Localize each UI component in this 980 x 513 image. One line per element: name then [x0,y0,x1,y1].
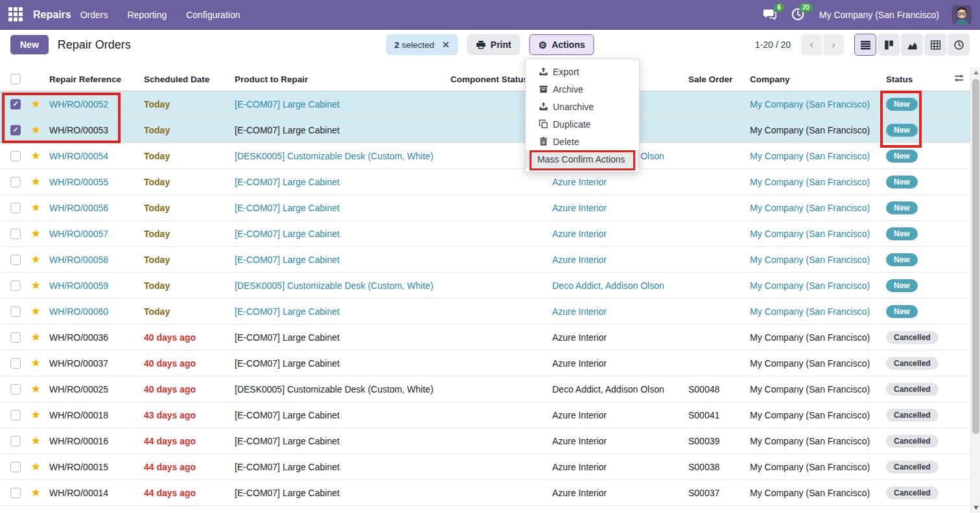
repair-reference-link[interactable]: WH/RO/00053 [49,125,108,135]
scrollbar-thumb[interactable] [972,79,979,434]
table-row[interactable]: ✓ ★ WH/RO/00052 Today [E-COM07] Large Ca… [0,91,970,117]
product-link[interactable]: [E-COM07] Large Cabinet [235,488,340,498]
product-link[interactable]: [DESK0005] Customizable Desk (Custom, Wh… [235,280,434,291]
repair-reference-link[interactable]: WH/RO/00036 [49,332,108,343]
customer-link[interactable]: Azure Interior [552,488,607,498]
favorite-star-icon[interactable]: ★ [30,383,40,394]
table-row[interactable]: ★ WH/RO/00055 Today [E-COM07] Large Cabi… [0,169,970,195]
repair-reference-link[interactable]: WH/RO/00057 [49,229,108,239]
company-link[interactable]: My Company (San Francisco) [750,306,870,317]
row-checkbox[interactable] [10,410,21,420]
product-link[interactable]: [E-COM07] Large Cabinet [235,125,340,135]
row-checkbox[interactable]: ✓ [10,125,21,135]
table-row[interactable]: ★ WH/RO/00060 Today [E-COM07] Large Cabi… [0,299,970,325]
company-link[interactable]: My Company (San Francisco) [750,358,870,369]
company-link[interactable]: My Company (San Francisco) [750,384,870,394]
row-checkbox[interactable] [10,203,21,213]
customer-link[interactable]: Azure Interior [552,332,607,343]
optional-columns-icon[interactable] [953,73,964,86]
company-link[interactable]: My Company (San Francisco) [750,488,870,498]
clear-selection-icon[interactable]: ✕ [442,40,450,50]
company-link[interactable]: My Company (San Francisco) [750,151,870,161]
table-row[interactable]: ★ WH/RO/00015 44 days ago [E-COM07] Larg… [0,454,970,480]
repair-reference-link[interactable]: WH/RO/00055 [49,177,108,187]
favorite-star-icon[interactable]: ★ [30,409,40,420]
menu-item-export[interactable]: Export [526,63,639,80]
repair-reference-link[interactable]: WH/RO/00014 [49,488,108,498]
new-button[interactable]: New [10,35,49,54]
product-link[interactable]: [E-COM07] Large Cabinet [235,177,340,187]
repair-reference-link[interactable]: WH/RO/00059 [49,280,108,291]
table-row[interactable]: ★ WH/RO/00025 40 days ago [DESK0005] Cus… [0,376,970,402]
apps-grid-icon[interactable] [8,7,24,23]
messages-icon[interactable]: 6 [762,7,778,23]
table-row[interactable]: ★ WH/RO/00018 43 days ago [E-COM07] Larg… [0,402,970,428]
row-checkbox[interactable] [10,255,21,265]
favorite-star-icon[interactable]: ★ [30,150,40,161]
favorite-star-icon[interactable]: ★ [30,124,40,135]
customer-link[interactable]: Azure Interior [552,177,607,187]
scroll-down-arrow[interactable] [971,503,980,513]
row-checkbox[interactable]: ✓ [10,99,21,109]
customer-link[interactable]: Azure Interior [552,462,607,472]
top-menu-reporting[interactable]: Reporting [128,10,167,20]
repair-reference-link[interactable]: WH/RO/00015 [49,462,108,472]
company-link[interactable]: My Company (San Francisco) [750,280,870,291]
activities-icon[interactable]: 20 [791,7,806,23]
product-link[interactable]: [E-COM07] Large Cabinet [235,229,340,239]
pager-previous-button[interactable]: ‹ [801,34,822,55]
table-row[interactable]: ★ WH/RO/00016 44 days ago [E-COM07] Larg… [0,428,970,454]
header-status[interactable]: Status [886,74,952,84]
product-link[interactable]: [E-COM07] Large Cabinet [235,332,340,343]
repair-reference-link[interactable]: WH/RO/00016 [49,436,108,446]
company-link[interactable]: My Company (San Francisco) [750,229,870,239]
view-switch-kanban[interactable] [878,34,900,56]
header-company[interactable]: Company [750,74,886,84]
view-switch-graph[interactable] [901,34,923,56]
table-row[interactable]: ★ WH/RO/00036 40 days ago [E-COM07] Larg… [0,325,970,350]
favorite-star-icon[interactable]: ★ [30,461,40,472]
favorite-star-icon[interactable]: ★ [30,202,40,213]
product-link[interactable]: [E-COM07] Large Cabinet [235,410,340,420]
view-switch-pivot[interactable] [924,34,946,56]
company-link[interactable]: My Company (San Francisco) [750,125,870,135]
favorite-star-icon[interactable]: ★ [30,98,40,109]
repair-reference-link[interactable]: WH/RO/00037 [49,358,108,369]
pager-next-button[interactable]: › [823,34,844,55]
customer-link[interactable]: Deco Addict, Addison Olson [552,280,664,291]
customer-link[interactable]: Azure Interior [552,410,607,420]
favorite-star-icon[interactable]: ★ [30,280,40,291]
app-name[interactable]: Repairs [33,9,71,21]
row-checkbox[interactable] [10,462,21,472]
repair-reference-link[interactable]: WH/RO/00058 [49,255,108,265]
select-all-checkbox[interactable] [10,74,21,84]
header-sale-order[interactable]: Sale Order [686,74,750,84]
customer-link[interactable]: Azure Interior [552,306,607,317]
repair-reference-link[interactable]: WH/RO/00025 [49,384,108,394]
header-repair-reference[interactable]: Repair Reference [45,74,144,84]
favorite-star-icon[interactable]: ★ [30,254,40,265]
repair-reference-link[interactable]: WH/RO/00056 [49,203,108,213]
product-link[interactable]: [DESK0005] Customizable Desk (Custom, Wh… [235,384,434,394]
product-link[interactable]: [E-COM07] Large Cabinet [235,203,340,213]
header-product[interactable]: Product to Repair [235,74,450,84]
top-menu-orders[interactable]: Orders [80,10,108,20]
company-link[interactable]: My Company (San Francisco) [750,177,870,187]
row-checkbox[interactable] [10,436,21,446]
repair-reference-link[interactable]: WH/RO/00052 [49,99,108,109]
favorite-star-icon[interactable]: ★ [30,306,40,317]
favorite-star-icon[interactable]: ★ [30,487,40,498]
favorite-star-icon[interactable]: ★ [30,435,40,446]
product-link[interactable]: [E-COM07] Large Cabinet [235,99,340,109]
top-menu-configuration[interactable]: Configuration [186,10,240,20]
row-checkbox[interactable] [10,488,21,498]
company-link[interactable]: My Company (San Francisco) [750,436,870,446]
view-switch-list[interactable] [854,34,876,56]
menu-item-archive[interactable]: Archive [526,80,639,98]
table-row[interactable]: ★ WH/RO/00037 40 days ago [E-COM07] Larg… [0,350,970,376]
table-row[interactable]: ★ WH/RO/00056 Today [E-COM07] Large Cabi… [0,195,970,221]
menu-item-mass-confirm-actions[interactable]: Mass Confirm Actions [526,150,639,168]
customer-link[interactable]: Azure Interior [552,358,607,369]
product-link[interactable]: [E-COM07] Large Cabinet [235,255,340,265]
company-link[interactable]: My Company (San Francisco) [750,332,870,343]
